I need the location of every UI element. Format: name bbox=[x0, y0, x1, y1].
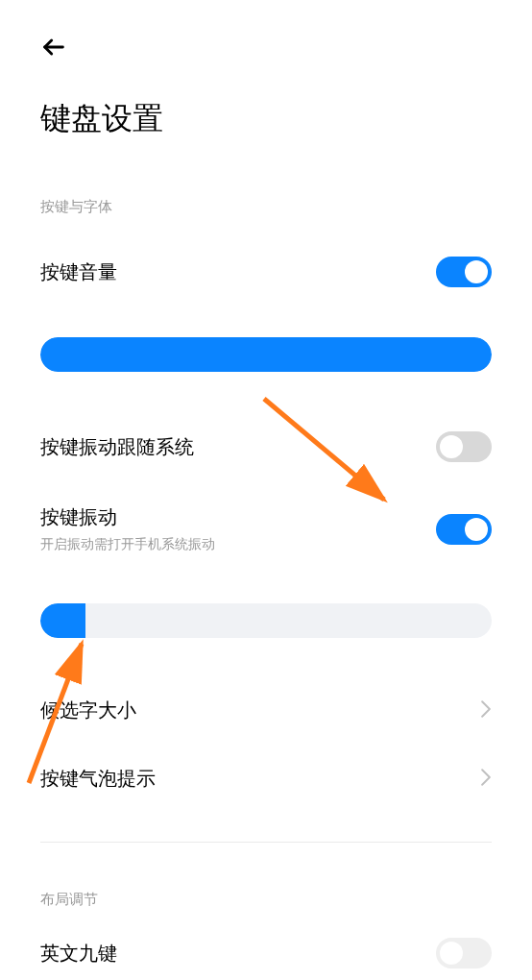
chevron-right-icon bbox=[480, 700, 492, 722]
key-sound-row: 按键音量 bbox=[0, 235, 532, 308]
bubble-hint-row[interactable]: 按键气泡提示 bbox=[0, 745, 532, 813]
section-divider bbox=[40, 842, 492, 843]
key-sound-toggle[interactable] bbox=[436, 257, 492, 287]
page-title: 键盘设置 bbox=[0, 64, 532, 140]
vibration-system-title: 按键振动跟随系统 bbox=[40, 434, 194, 460]
vibration-subtitle: 开启振动需打开手机系统振动 bbox=[40, 536, 215, 553]
english-nine-row[interactable]: 英文九键 bbox=[0, 928, 532, 968]
section-keys-font-label: 按键与字体 bbox=[0, 140, 532, 235]
vibration-toggle[interactable] bbox=[436, 514, 492, 545]
candidate-size-title: 候选字大小 bbox=[40, 698, 136, 723]
english-nine-title: 英文九键 bbox=[40, 941, 117, 967]
vibration-system-toggle[interactable] bbox=[436, 431, 492, 462]
section-layout-label: 布局调节 bbox=[0, 871, 532, 928]
vibration-row: 按键振动 开启振动需打开手机系统振动 bbox=[0, 483, 532, 575]
vibration-slider[interactable] bbox=[40, 603, 492, 638]
candidate-size-row[interactable]: 候选字大小 bbox=[0, 676, 532, 745]
key-sound-title: 按键音量 bbox=[40, 259, 117, 285]
vibration-title: 按键振动 bbox=[40, 504, 215, 530]
vibration-system-row: 按键振动跟随系统 bbox=[0, 410, 532, 483]
back-button[interactable] bbox=[40, 34, 67, 64]
key-sound-slider[interactable] bbox=[40, 337, 492, 372]
english-nine-toggle[interactable] bbox=[436, 938, 492, 968]
bubble-hint-title: 按键气泡提示 bbox=[40, 766, 156, 792]
chevron-right-icon bbox=[480, 769, 492, 790]
